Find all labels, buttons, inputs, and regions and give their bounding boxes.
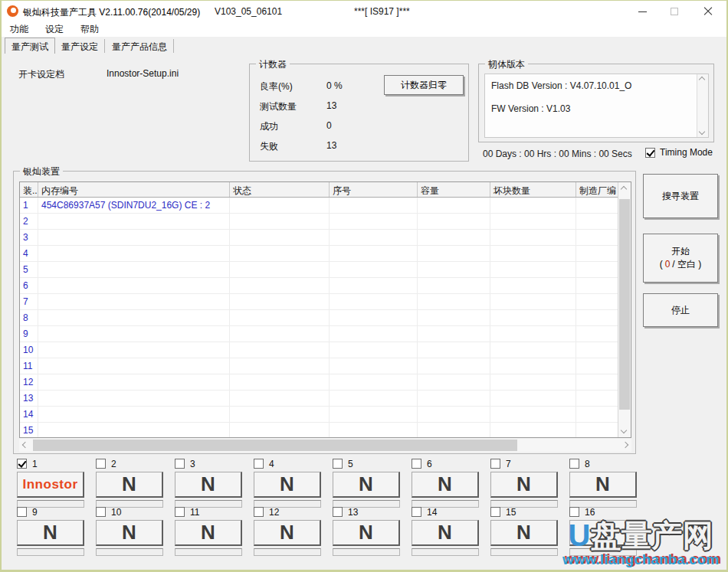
table-row[interactable]: 5 [20, 262, 618, 278]
vertical-scrollbar[interactable] [618, 182, 631, 437]
table-row[interactable]: 11 [20, 358, 618, 374]
slot-checkbox[interactable] [17, 507, 27, 517]
slot-checkbox[interactable] [569, 507, 579, 517]
slot-checkbox[interactable] [96, 507, 106, 517]
slot-button[interactable]: N [490, 520, 558, 546]
row-number: 10 [20, 342, 38, 358]
row-cell [418, 407, 490, 422]
horizontal-scrollbar-thumb[interactable] [33, 440, 517, 451]
column-header[interactable]: 装... [20, 182, 38, 197]
table-row[interactable]: 4 [20, 246, 618, 262]
slot-number: 4 [269, 459, 274, 469]
device-slot: 9N [17, 506, 96, 554]
table-row[interactable]: 6 [20, 278, 618, 294]
slot-checkbox[interactable] [412, 507, 421, 517]
row-cell [418, 246, 490, 261]
slot-checkbox[interactable] [96, 459, 106, 469]
slot-button[interactable]: N [412, 520, 479, 546]
table-row[interactable]: 14 [20, 407, 618, 423]
table-row[interactable]: 13 [20, 391, 618, 407]
timing-mode-checkbox[interactable] [645, 148, 655, 158]
column-header[interactable]: 状态 [230, 182, 330, 197]
menu-function[interactable]: 功能 [2, 23, 37, 36]
table-row[interactable]: 1454C86937A57 (SDIN7DU2_16G) CE : 2 [20, 198, 618, 214]
tabstrip: 量产测试 量产设定 量产产品信息 [2, 37, 726, 53]
slot-checkbox[interactable] [490, 507, 500, 517]
scroll-up-icon [621, 186, 627, 192]
slot-button[interactable]: N [96, 520, 163, 546]
row-cell [230, 294, 330, 309]
slot-checkbox[interactable] [254, 507, 264, 517]
slot-button[interactable]: N [412, 472, 479, 498]
tab-production-test[interactable]: 量产测试 [5, 38, 55, 54]
slot-button[interactable]: N [175, 472, 242, 498]
menu-settings[interactable]: 设定 [37, 23, 72, 36]
slot-button[interactable]: N [569, 472, 637, 498]
maximize-button[interactable] [659, 1, 690, 22]
slot-checkbox[interactable] [175, 507, 185, 517]
search-device-button[interactable]: 搜寻装置 [643, 174, 718, 218]
column-header[interactable]: 制造厂编 [576, 182, 618, 197]
row-cell [490, 423, 576, 437]
slot-button[interactable]: N [17, 520, 84, 546]
column-header[interactable]: 内存编号 [38, 182, 230, 197]
firmware-group-title: 韧体版本 [485, 58, 528, 71]
table-row[interactable]: 7 [20, 294, 618, 310]
vertical-scrollbar-thumb[interactable] [619, 199, 630, 410]
row-cell [38, 358, 230, 374]
stop-button[interactable]: 停止 [643, 293, 718, 327]
slot-checkbox[interactable] [254, 459, 264, 469]
row-number: 3 [20, 230, 38, 245]
slot-button[interactable]: N [254, 472, 321, 498]
slot-button[interactable]: N [333, 472, 400, 498]
slot-checkbox[interactable] [175, 459, 185, 469]
slot-button[interactable]: Innostor [17, 472, 84, 498]
horizontal-scrollbar[interactable] [19, 439, 631, 452]
menu-help[interactable]: 帮助 [72, 23, 107, 36]
slot-checkbox[interactable] [17, 459, 27, 469]
table-row[interactable]: 2 [20, 214, 618, 230]
column-header[interactable]: 序号 [330, 182, 418, 197]
slot-header: 16 [569, 506, 648, 518]
table-row[interactable]: 8 [20, 310, 618, 326]
slot-button[interactable]: N [96, 472, 163, 498]
slot-button[interactable]: N [490, 472, 558, 498]
scroll-up-icon [699, 77, 705, 83]
tab-production-settings[interactable]: 量产设定 [55, 39, 105, 53]
slot-progress-bar [333, 548, 400, 556]
row-cell [576, 246, 618, 261]
slot-checkbox[interactable] [569, 459, 579, 469]
table-row[interactable]: 15 [20, 423, 618, 437]
table-row[interactable]: 9 [20, 326, 618, 342]
slot-checkbox[interactable] [333, 459, 343, 469]
row-cell [230, 391, 330, 406]
minimize-button[interactable] [627, 1, 657, 22]
firmware-scrollbar[interactable] [697, 74, 708, 137]
tab-product-info[interactable]: 量产产品信息 [106, 39, 174, 53]
menubar: 功能 设定 帮助 [2, 22, 726, 37]
close-button[interactable] [693, 1, 723, 22]
slot-checkbox[interactable] [490, 459, 500, 469]
table-row[interactable]: 10 [20, 342, 618, 358]
start-button[interactable]: 开始 (0/ 空白 ) [643, 234, 718, 283]
counter-reset-button[interactable]: 计数器归零 [384, 75, 464, 95]
row-number: 2 [20, 214, 38, 229]
slot-button[interactable]: N [175, 520, 242, 546]
slot-number: 1 [32, 459, 38, 469]
table-row[interactable]: 3 [20, 230, 618, 246]
slot-header: 2 [96, 458, 175, 469]
slot-checkbox[interactable] [412, 459, 421, 469]
slot-button[interactable]: N [569, 520, 637, 546]
slot-checkbox[interactable] [333, 507, 343, 517]
slot-button[interactable]: N [333, 520, 400, 546]
counter-group: 计数器 良率(%) 0 % 测试数量 13 成功 0 失败 13 计数器归零 [249, 64, 469, 162]
setup-file-label: 开卡设定档 [18, 68, 64, 81]
row-cell [230, 214, 330, 229]
row-number: 4 [20, 246, 38, 261]
column-header[interactable]: 容量 [418, 182, 490, 197]
slot-button[interactable]: N [254, 520, 321, 546]
slot-progress-bar [175, 548, 242, 556]
column-header[interactable]: 坏块数量 [490, 182, 576, 197]
device-group: 银灿装置 装...内存编号状态序号容量坏块数量制造厂编 1454C86937A5… [13, 171, 636, 454]
table-row[interactable]: 12 [20, 374, 618, 391]
